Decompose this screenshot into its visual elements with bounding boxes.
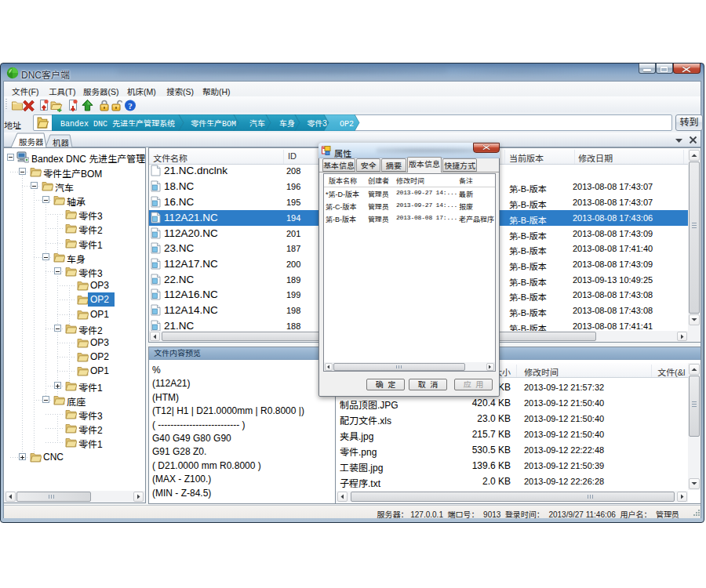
- svg-text:汽车: 汽车: [249, 119, 265, 128]
- svg-text:OP2: OP2: [340, 120, 354, 129]
- svg-text:零件3: 零件3: [307, 119, 327, 128]
- svg-text:Bandex DNC 先进生产管理系统: Bandex DNC 先进生产管理系统: [60, 119, 175, 129]
- svg-text:?: ?: [128, 101, 133, 111]
- svg-text:车身: 车身: [279, 119, 295, 128]
- svg-text:零件生产BOM: 零件生产BOM: [191, 119, 236, 129]
